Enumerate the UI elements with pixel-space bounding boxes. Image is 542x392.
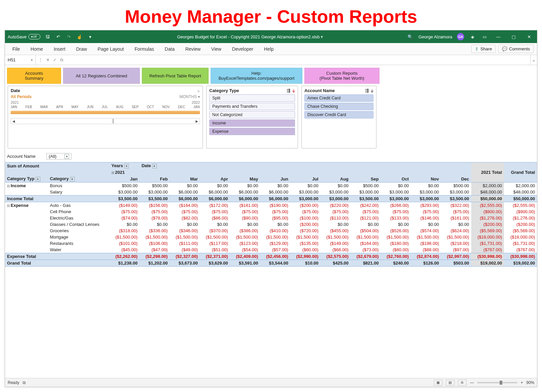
minimize-button[interactable]: —	[493, 30, 504, 43]
window-title: Georges Budget for Excel - Copyright 202…	[96, 34, 403, 39]
page-break-button[interactable]: ⧉	[458, 380, 467, 386]
zoom-level[interactable]: 90%	[526, 380, 534, 385]
filter-value[interactable]: (All)▾	[46, 153, 71, 159]
month-label[interactable]: MAY	[71, 105, 79, 109]
ribbon-tabs: File Home Insert Draw Page Layout Formul…	[5, 43, 537, 55]
help-button[interactable]: Help:BuyExcelTemplates.com/pages/support	[211, 68, 302, 84]
scroll-left-icon[interactable]: ◀	[11, 119, 16, 123]
slicer-item[interactable]: Discover Credit Card	[304, 111, 373, 118]
share-button[interactable]: ⇪Share	[471, 45, 496, 53]
month-label[interactable]: JAN	[193, 105, 200, 109]
month-label[interactable]: SEP	[132, 105, 139, 109]
normal-view-button[interactable]: ▦	[434, 380, 443, 386]
category-slicer-title: Category Type	[209, 88, 239, 93]
fx-icon[interactable]: fx	[60, 57, 63, 62]
autosave-state: Off	[33, 35, 37, 38]
tab-draw[interactable]: Draw	[72, 44, 91, 54]
diamond-icon[interactable]: ◈	[469, 33, 476, 40]
timeline-bar[interactable]	[11, 111, 200, 114]
tab-page-layout[interactable]: Page Layout	[94, 44, 128, 54]
slicers-row: ⏚ Date All PeriodsMONTHS ▾ 20212022 JANF…	[5, 86, 537, 152]
user-name: George Alzamora	[419, 34, 452, 39]
date-title: Date	[11, 88, 200, 93]
month-label[interactable]: MAR	[40, 105, 48, 109]
formula-bar: H51▾ ⋮ ✕ ✓ fx ⌄	[5, 55, 537, 65]
expand-formula-icon[interactable]: ⌄	[530, 55, 537, 65]
month-label[interactable]: AUG	[116, 105, 123, 109]
avatar[interactable]: GA	[457, 33, 464, 40]
fx-cancel-icon[interactable]: ✕	[46, 57, 50, 62]
month-label[interactable]: DEC	[178, 105, 185, 109]
month-label[interactable]: NOV	[162, 105, 170, 109]
qat-caret-icon[interactable]: ▾	[86, 33, 94, 40]
month-label[interactable]: APR	[56, 105, 63, 109]
pivot-page-filter: Account Name (All)▾	[5, 152, 537, 161]
date-timeline[interactable]: ⏚ Date All PeriodsMONTHS ▾ 20212022 JANF…	[8, 86, 203, 148]
month-label[interactable]: JUL	[102, 105, 108, 109]
action-buttons-row: AccountsSummary All 12 Registers Combine…	[5, 65, 537, 86]
slicer-item[interactable]: Split	[209, 94, 295, 102]
zoom-slider[interactable]	[477, 382, 517, 383]
multiselect-icon[interactable]: ⇶	[365, 88, 369, 93]
zoom-out-button[interactable]: —	[470, 380, 474, 385]
search-icon[interactable]: 🔍	[406, 33, 414, 40]
account-name-slicer: Account Name ⇶⏚ Amex Credit CardChase Ch…	[301, 86, 376, 148]
clear-filter-icon[interactable]: ⏚	[371, 88, 373, 93]
ribbon-display-icon[interactable]: ▭	[481, 33, 488, 40]
month-label[interactable]: JUN	[87, 105, 93, 109]
comments-button[interactable]: 💬Comments	[498, 45, 534, 53]
month-label[interactable]: FEB	[25, 105, 32, 109]
accounts-summary-button[interactable]: AccountsSummary	[7, 68, 61, 84]
touch-icon[interactable]: ☝	[76, 33, 83, 40]
tab-data[interactable]: Data	[161, 44, 179, 54]
comment-icon: 💬	[502, 46, 507, 51]
registers-button[interactable]: All 12 Registers Combined	[63, 68, 140, 84]
close-button[interactable]: ✕	[524, 30, 534, 43]
slicer-item[interactable]: Amex Credit Card	[304, 94, 373, 102]
share-icon: ⇪	[475, 46, 479, 51]
clear-filter-icon[interactable]: ⏚	[197, 88, 200, 93]
custom-reports-button[interactable]: Custom Reports(Pivot Table Net Worth)	[304, 68, 379, 84]
excel-window: AutoSave ● Off 🖫 ↶ ↷ ☝ ▾ Georges Budget …	[5, 30, 537, 387]
formula-input[interactable]	[66, 55, 530, 65]
slicer-item[interactable]: Not Categorized	[209, 111, 295, 118]
save-icon[interactable]: 🖫	[44, 33, 51, 40]
fx-enter-icon[interactable]: ✓	[53, 57, 57, 62]
slicer-item[interactable]: Chase Checking	[304, 103, 373, 110]
tab-help[interactable]: Help	[260, 44, 278, 54]
status-ready: Ready	[8, 380, 19, 385]
title-bar: AutoSave ● Off 🖫 ↶ ↷ ☝ ▾ Georges Budget …	[5, 30, 537, 43]
date-periods: All Periods	[11, 94, 32, 99]
maximize-button[interactable]: ▢	[508, 30, 519, 43]
timeline-scrollbar[interactable]: ◀ ▶	[11, 118, 200, 124]
record-macro-icon[interactable]: ⧉	[23, 380, 26, 385]
autosave-toggle[interactable]: AutoSave ● Off	[8, 34, 40, 39]
tab-file[interactable]: File	[8, 44, 24, 54]
dropdown-icon[interactable]: ▾	[64, 154, 69, 159]
redo-icon[interactable]: ↷	[65, 33, 72, 40]
banner-title: Money Manager - Custom Reports	[0, 0, 542, 30]
slicer-item[interactable]: Payments and Transfers	[209, 103, 295, 110]
clear-filter-icon[interactable]: ⏚	[292, 88, 295, 93]
tab-review[interactable]: Review	[181, 44, 205, 54]
tab-insert[interactable]: Insert	[50, 44, 69, 54]
zoom-in-button[interactable]: +	[521, 380, 523, 385]
account-slicer-title: Account Name	[304, 88, 335, 93]
name-box[interactable]: H51▾	[5, 55, 36, 65]
slicer-item[interactable]: Expense	[209, 128, 295, 135]
tab-home[interactable]: Home	[27, 44, 47, 54]
category-type-slicer: Category Type ⇶⏚ SplitPayments and Trans…	[206, 86, 298, 148]
month-label[interactable]: OCT	[147, 105, 154, 109]
tab-view[interactable]: View	[207, 44, 225, 54]
tab-formulas[interactable]: Formulas	[130, 44, 158, 54]
page-layout-button[interactable]: ▤	[446, 380, 455, 386]
tab-developer[interactable]: Developer	[228, 44, 257, 54]
undo-icon[interactable]: ↶	[54, 33, 62, 40]
slicer-item[interactable]: Income	[209, 119, 295, 127]
filter-label: Account Name	[7, 154, 46, 159]
month-label[interactable]: JAN	[11, 105, 17, 109]
refresh-button[interactable]: Refresh Pivot Table Report	[142, 68, 209, 84]
scroll-right-icon[interactable]: ▶	[194, 119, 200, 123]
fx-more-icon[interactable]: ⋮	[38, 57, 43, 62]
multiselect-icon[interactable]: ⇶	[287, 88, 290, 93]
